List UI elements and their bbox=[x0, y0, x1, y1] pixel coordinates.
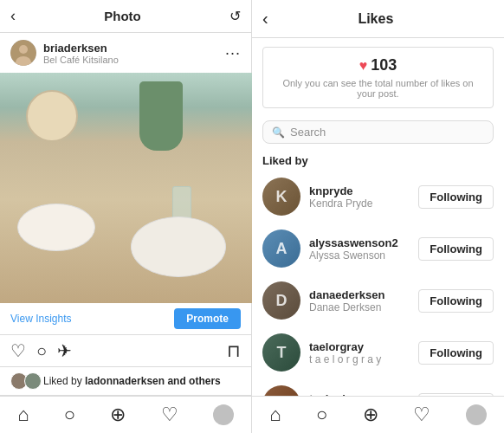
search-magnify-icon: 🔍 bbox=[272, 126, 285, 139]
promote-button[interactable]: Promote bbox=[174, 308, 241, 329]
svg-point-1 bbox=[19, 45, 28, 54]
like-fullname: t a e l o r g r a y bbox=[309, 353, 381, 365]
like-item: D danaederksen Danae Derksen Following bbox=[252, 275, 504, 326]
right-panel: ‹ Likes ♥ 103 Only you can see the total… bbox=[252, 0, 504, 433]
bottom-nav-right: ⌂ ○ ⊕ ♡ bbox=[252, 396, 504, 433]
bottom-nav-left: ⌂ ○ ⊕ ♡ bbox=[0, 396, 251, 433]
left-panel: ‹ Photo ↺ briaderksen Bel Café Kitsilano… bbox=[0, 0, 252, 433]
bookmark-action-icon[interactable]: ⊓ bbox=[227, 340, 241, 361]
nav-add-icon-r[interactable]: ⊕ bbox=[363, 404, 378, 426]
like-avatar[interactable]: T bbox=[262, 385, 300, 396]
liked-text-suffix: and others bbox=[167, 375, 220, 387]
nav-profile-avatar-r[interactable] bbox=[466, 404, 487, 425]
likes-number: 103 bbox=[371, 56, 397, 74]
likes-title: Likes bbox=[275, 11, 476, 27]
like-fullname: Danae Derksen bbox=[309, 301, 384, 313]
like-item: K knpryde Kendra Pryde Following bbox=[252, 171, 504, 223]
like-item: T taelorgray t a e l o r g r a y Followi… bbox=[252, 326, 504, 378]
liked-username[interactable]: ladonnaderksen bbox=[85, 375, 165, 387]
like-item: T taylor.loren taylor loren ✨ Following bbox=[252, 378, 504, 396]
liked-avatars bbox=[10, 372, 38, 390]
post-actions-bar: ♡ ○ ✈ ⊓ bbox=[0, 335, 251, 367]
share-action-icon[interactable]: ✈ bbox=[57, 340, 72, 361]
like-avatar[interactable]: A bbox=[262, 229, 300, 268]
following-button[interactable]: Following bbox=[418, 185, 494, 209]
liked-text: Liked by ladonnaderksen and others bbox=[43, 375, 221, 387]
post-owner-bar: briaderksen Bel Café Kitsilano ··· bbox=[0, 33, 251, 73]
like-username[interactable]: alyssaswenson2 bbox=[309, 236, 398, 249]
nav-home-icon[interactable]: ⌂ bbox=[17, 404, 29, 426]
liked-bar: Liked by ladonnaderksen and others bbox=[0, 367, 251, 396]
comment-action-icon[interactable]: ○ bbox=[36, 341, 47, 361]
left-header: ‹ Photo ↺ bbox=[0, 0, 251, 33]
like-item: A alyssaswenson2 Alyssa Swenson Followin… bbox=[252, 223, 504, 275]
nav-heart-icon-r[interactable]: ♡ bbox=[413, 404, 430, 426]
nav-profile-avatar[interactable] bbox=[213, 404, 234, 425]
like-fullname: Alyssa Swenson bbox=[309, 249, 398, 262]
like-username[interactable]: taelorgray bbox=[309, 340, 381, 353]
like-fullname: Kendra Pryde bbox=[309, 197, 372, 210]
following-button[interactable]: Following bbox=[418, 341, 494, 365]
more-options-icon[interactable]: ··· bbox=[225, 44, 241, 62]
refresh-icon[interactable]: ↺ bbox=[229, 8, 241, 24]
following-button[interactable]: Following bbox=[418, 289, 494, 313]
nav-add-icon[interactable]: ⊕ bbox=[110, 404, 126, 426]
view-insights-link[interactable]: View Insights bbox=[10, 313, 71, 325]
search-bar[interactable]: 🔍 bbox=[262, 120, 494, 144]
insights-bar: View Insights Promote bbox=[0, 303, 251, 335]
following-button[interactable]: Following bbox=[418, 237, 494, 261]
likes-note: Only you can see the total number of lik… bbox=[274, 78, 482, 99]
owner-avatar[interactable] bbox=[10, 40, 36, 66]
likes-back-icon[interactable]: ‹ bbox=[262, 9, 268, 29]
search-input[interactable] bbox=[290, 126, 484, 139]
nav-home-icon-r[interactable]: ⌂ bbox=[269, 404, 281, 426]
like-avatar[interactable]: D bbox=[262, 281, 300, 320]
like-avatar[interactable]: K bbox=[262, 178, 300, 216]
liked-by-label: Liked by bbox=[252, 149, 504, 171]
post-image bbox=[0, 73, 252, 303]
owner-username[interactable]: briaderksen bbox=[43, 42, 119, 55]
like-username[interactable]: danaederksen bbox=[309, 288, 384, 301]
likes-count-box: ♥ 103 Only you can see the total number … bbox=[262, 47, 494, 108]
likes-list: K knpryde Kendra Pryde Following A alyss… bbox=[252, 171, 504, 396]
like-action-icon[interactable]: ♡ bbox=[10, 340, 26, 361]
like-username[interactable]: knpryde bbox=[309, 184, 372, 197]
photo-title: Photo bbox=[16, 9, 229, 23]
nav-search-icon-r[interactable]: ○ bbox=[316, 404, 327, 426]
nav-heart-icon[interactable]: ♡ bbox=[161, 404, 178, 426]
nav-search-icon[interactable]: ○ bbox=[64, 404, 75, 426]
likes-heart-icon: ♥ bbox=[359, 58, 368, 74]
owner-location[interactable]: Bel Café Kitsilano bbox=[43, 55, 119, 65]
right-header: ‹ Likes bbox=[252, 0, 504, 38]
like-avatar[interactable]: T bbox=[262, 333, 300, 372]
liked-avatar-2 bbox=[24, 372, 42, 390]
